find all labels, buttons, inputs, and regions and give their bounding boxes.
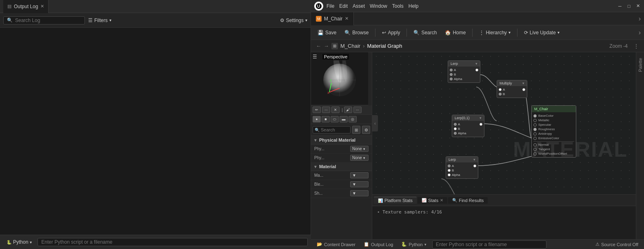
apply-button[interactable]: ↩ Apply (379, 29, 403, 37)
forward-button[interactable]: → (324, 43, 329, 49)
shape-sphere-button[interactable]: ● (313, 116, 321, 122)
stats-tab-close[interactable]: ✕ (440, 198, 443, 202)
preview-close-button[interactable]: ✕ (331, 107, 340, 113)
prop-search-input[interactable] (321, 127, 349, 132)
pin-dot (499, 88, 502, 91)
breadcrumb-more-icon[interactable]: ⋮ (633, 43, 639, 49)
menu-file[interactable]: File (326, 3, 334, 9)
toolbar-overflow-button[interactable]: › (639, 29, 641, 36)
menu-window[interactable]: Window (370, 3, 387, 9)
shape-plane-button[interactable]: ▬ (340, 116, 348, 122)
prop-dropdown-3[interactable]: ▼ (350, 181, 369, 187)
preview-paint-button[interactable]: 🖌 (344, 107, 352, 113)
output-log-tab[interactable]: ▤ Output Log ✕ (3, 0, 49, 13)
save-button[interactable]: 💾 Save (314, 29, 340, 37)
tab-overflow-button[interactable]: › (635, 15, 644, 22)
platform-stats-tab[interactable]: 📊 Platform Stats (374, 197, 417, 204)
m-chair-tab[interactable]: M M_Chair ✕ (311, 12, 354, 25)
browse-button[interactable]: 🔍 Browse (341, 29, 372, 37)
menu-asset[interactable]: Asset (353, 3, 365, 9)
save-icon: 💾 (318, 30, 324, 36)
lerp2-dropdown[interactable]: ▾ (480, 116, 482, 120)
brush-mode-button[interactable]: ✏ (313, 107, 321, 113)
python-input-right[interactable] (432, 240, 546, 249)
live-update-button[interactable]: ⟳ Live Update ▾ (521, 29, 563, 37)
menu-tools[interactable]: Tools (392, 3, 404, 9)
material-graph[interactable]: Lerp ▾ A B (372, 52, 636, 194)
close-button[interactable]: ✕ (635, 3, 641, 9)
output-log-status[interactable]: 📋 Output Log (361, 242, 395, 247)
hierarchy-chevron-icon: ▾ (509, 30, 511, 35)
lerp-node-1[interactable]: Lerp ▾ A B (448, 60, 480, 83)
m-chair-final-node[interactable]: M_Chair BaseColor Metallic Specular (531, 105, 576, 158)
shape-torus-button[interactable]: ◎ (349, 116, 357, 122)
back-button[interactable]: ← (316, 43, 321, 49)
lerp3-node[interactable]: Lerp ▾ A B (446, 156, 478, 179)
preview-ctrl-dots[interactable]: ··· (322, 107, 330, 113)
multiply-node[interactable]: Multiply ▾ A B (497, 80, 527, 98)
find-results-tab[interactable]: 🔍 Find Results (448, 197, 488, 204)
prop-search-box[interactable]: 🔍 (313, 126, 351, 133)
lerp2-node[interactable]: Lerp(0,1) ▾ A B (452, 115, 484, 137)
output-log-tab-close[interactable]: ✕ (40, 4, 44, 9)
prop-dropdown-0[interactable]: None ▾ (350, 146, 369, 152)
left-panel-header: ▤ Output Log ✕ (0, 0, 311, 13)
menu-bar: File Edit Asset Window Tools Help (326, 3, 418, 9)
m-chair-tab-close[interactable]: ✕ (345, 16, 349, 21)
physical-material-section[interactable]: ▼ Physical Material (311, 136, 372, 145)
search-log-box[interactable]: 🔍 (3, 16, 85, 24)
breadcrumb-bar: ← → ⊞ M_Chair › Material Graph Zoom -4 ⋮ (311, 40, 644, 52)
menu-edit[interactable]: Edit (339, 3, 348, 9)
material-section[interactable]: ▼ Material (311, 162, 372, 171)
maximize-button[interactable]: □ (626, 3, 632, 9)
prop-grid-button[interactable]: ⊞ (352, 126, 360, 134)
normal-pin (533, 143, 537, 147)
python-icon: 🐍 (7, 240, 11, 245)
hierarchy-button[interactable]: ⋮ Hierarchy ▾ (476, 29, 513, 37)
palette-label[interactable]: Palette (638, 58, 643, 72)
m-chair-tab-label: M_Chair (324, 16, 342, 22)
breadcrumb-expand-button[interactable]: ⊞ (331, 43, 338, 49)
pin-dot (450, 69, 453, 71)
svg-text:Z: Z (330, 79, 332, 82)
python-status[interactable]: 🐍 Python ▾ (399, 242, 429, 247)
preview-controls: ✏ ··· ✕ | 🖌 ··· (311, 105, 372, 115)
prop-dropdown-1[interactable]: None ▾ (350, 155, 369, 161)
prop-dropdown-2[interactable]: ▼ (350, 172, 369, 178)
prop-row-2: Ma... ▼ (311, 171, 372, 180)
pin-dot (450, 73, 453, 76)
base-color-pin (533, 114, 537, 118)
prop-gear-button[interactable]: ⚙ (362, 126, 370, 134)
worldpos-pin (533, 152, 537, 156)
pin-dot (448, 169, 451, 172)
filters-button[interactable]: ☰ Filters ▾ (88, 18, 111, 23)
source-control-status[interactable]: ⚠ Source Control Off (593, 242, 641, 247)
python-input-left[interactable] (38, 238, 308, 246)
settings-button[interactable]: ⚙ Settings ▾ (280, 18, 307, 23)
content-drawer-status[interactable]: 📂 Content Drawer (314, 242, 358, 247)
toolbar-sep-1 (375, 29, 375, 37)
menu-help[interactable]: Help (409, 3, 419, 9)
minimize-button[interactable]: ─ (617, 3, 623, 9)
search-button[interactable]: 🔍 Search (410, 29, 440, 37)
title-bar-left: U File Edit Asset Window Tools Help (314, 2, 418, 11)
breadcrumb-current: Material Graph (367, 43, 402, 49)
search-log-input[interactable] (15, 18, 81, 23)
preview-dots2[interactable]: ··· (353, 107, 362, 113)
breadcrumb-parent[interactable]: M_Chair (340, 43, 360, 49)
shape-box-button[interactable]: ■ (322, 116, 330, 122)
prop-dropdown-4[interactable]: ▼ (350, 190, 369, 196)
svg-text:U: U (317, 4, 320, 9)
lerp3-dropdown[interactable]: ▾ (473, 158, 475, 162)
preview-menu-icon[interactable]: ☰ (313, 54, 317, 60)
home-button[interactable]: 🏠 Home (442, 29, 469, 37)
right-status-bar: 📂 Content Drawer 📋 Output Log 🐍 Python ▾… (311, 239, 644, 249)
pin-dot (499, 93, 502, 96)
python-selector[interactable]: 🐍 Python ▾ (3, 238, 35, 246)
output-log-tab-label: Output Log (14, 4, 38, 9)
stats-tab[interactable]: 📈 Stats ✕ (417, 197, 447, 204)
collapse-left-button[interactable]: ‹ (372, 115, 378, 131)
lerp1-dropdown[interactable]: ▾ (475, 62, 477, 66)
shape-cylinder-button[interactable]: ⬭ (331, 116, 339, 122)
multiply-dropdown[interactable]: ▾ (522, 81, 524, 85)
